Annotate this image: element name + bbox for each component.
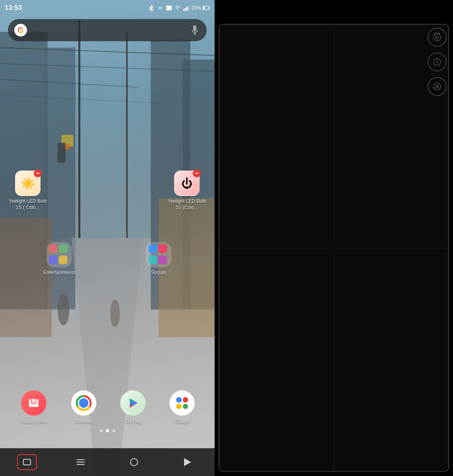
notification-icon: ✳ bbox=[157, 5, 164, 11]
message-status-icon bbox=[165, 5, 173, 11]
yeelight-badge-text-2: ••• bbox=[195, 171, 198, 175]
socials-mini-1 bbox=[148, 244, 157, 253]
google-dot-green bbox=[183, 404, 188, 409]
nav-bar bbox=[0, 448, 215, 476]
google-dot-yellow bbox=[176, 404, 182, 409]
svg-rect-27 bbox=[203, 7, 205, 9]
chrome-icon bbox=[71, 390, 96, 416]
recents-cell-3[interactable] bbox=[219, 248, 334, 471]
yeelight-power-icon-2: ⏻ bbox=[181, 177, 192, 190]
close-btn[interactable] bbox=[428, 77, 447, 96]
svg-rect-15 bbox=[58, 143, 65, 163]
svg-rect-22 bbox=[185, 8, 186, 11]
home-line-3 bbox=[77, 464, 84, 465]
entertainments-folder-box bbox=[46, 242, 72, 267]
yeelight-badge-1: ••• bbox=[34, 169, 42, 177]
recents-grid bbox=[219, 24, 449, 472]
folder-mini-2 bbox=[59, 244, 67, 253]
page-dot-3 bbox=[112, 429, 115, 432]
yeelight-app-2[interactable]: ⏻ ••• Yeelight LED Bulb 1S (Colo... bbox=[167, 171, 207, 211]
google-logo: G bbox=[14, 24, 27, 36]
svg-rect-21 bbox=[183, 9, 184, 11]
entertainments-folder[interactable]: Entertainments bbox=[43, 242, 75, 276]
back-button[interactable] bbox=[178, 454, 198, 470]
svg-rect-23 bbox=[186, 7, 188, 11]
recents-cell-1[interactable] bbox=[219, 25, 334, 248]
svg-rect-28 bbox=[193, 25, 196, 31]
galaxy-store-icon bbox=[21, 390, 46, 416]
status-bar: 13:53 ✳ bbox=[0, 0, 215, 16]
ch-play-app[interactable]: CH Play bbox=[120, 390, 146, 424]
yeelight-apps-row: ☀️ ••• Yeelight LED Bulb 1S ( Colo... ⏻ … bbox=[8, 171, 207, 211]
yeelight-badge-text-1: ••• bbox=[36, 171, 39, 175]
folder-mini-3 bbox=[49, 255, 58, 264]
recents-panel bbox=[215, 0, 453, 476]
folders-row: Entertainments Socials ⛅ 27° 📍 Hoà Thuận… bbox=[8, 242, 207, 276]
ch-play-label: CH Play bbox=[124, 419, 142, 424]
page-dot-2-active bbox=[106, 429, 109, 432]
galaxy-store-app[interactable]: Galaxy Store bbox=[20, 390, 47, 424]
page-dot-1 bbox=[100, 429, 103, 432]
wifi-icon bbox=[174, 5, 181, 11]
google-icon bbox=[169, 390, 195, 416]
svg-marker-34 bbox=[130, 398, 138, 408]
recents-button[interactable] bbox=[17, 454, 37, 470]
svg-point-18 bbox=[58, 294, 69, 325]
yeelight-label-2: Yeelight LED Bulb 1S (Colo... bbox=[167, 198, 207, 211]
page-dots bbox=[100, 429, 115, 432]
status-icons: ✳ bbox=[148, 5, 210, 11]
home-line-2 bbox=[77, 462, 84, 463]
dock-apps: Galaxy Store Chrome bbox=[0, 390, 215, 424]
battery-percent: 23% bbox=[192, 5, 201, 11]
socials-mini-3 bbox=[148, 255, 157, 264]
recents-cell-4[interactable] bbox=[334, 248, 449, 471]
home-icon bbox=[77, 459, 84, 465]
socials-folder-box bbox=[146, 242, 171, 267]
google-label: Google bbox=[175, 419, 190, 424]
home-line-1 bbox=[77, 459, 84, 460]
ch-play-icon bbox=[120, 390, 146, 416]
svg-point-33 bbox=[33, 401, 34, 402]
yeelight-icon-2: ⏻ ••• bbox=[174, 171, 200, 196]
google-dot-red bbox=[183, 397, 188, 403]
battery-icon bbox=[203, 5, 210, 11]
socials-folder[interactable]: Socials bbox=[146, 242, 171, 276]
search-bar[interactable]: G bbox=[8, 19, 207, 41]
socials-mini-4 bbox=[158, 255, 167, 264]
folder-mini-4 bbox=[59, 255, 67, 264]
svg-point-36 bbox=[436, 36, 438, 39]
info-btn[interactable] bbox=[428, 52, 447, 71]
svg-rect-20 bbox=[166, 6, 172, 10]
svg-rect-32 bbox=[29, 399, 38, 407]
signal-icon bbox=[183, 5, 190, 11]
svg-point-19 bbox=[110, 299, 120, 327]
mic-icon[interactable] bbox=[189, 25, 200, 36]
svg-rect-16 bbox=[0, 218, 52, 337]
recents-icon bbox=[23, 459, 31, 465]
google-g-letter: G bbox=[17, 26, 24, 35]
bluetooth-icon bbox=[148, 5, 155, 11]
circle-icon bbox=[130, 458, 138, 466]
chrome-label: Chrome bbox=[75, 419, 92, 424]
google-app[interactable]: Google bbox=[169, 390, 195, 424]
circle-button[interactable] bbox=[124, 454, 144, 470]
svg-point-35 bbox=[434, 34, 441, 41]
socials-mini-2 bbox=[158, 244, 167, 253]
yeelight-badge-2: ••• bbox=[193, 169, 201, 177]
status-time: 13:53 bbox=[5, 4, 22, 12]
chrome-app[interactable]: Chrome bbox=[71, 390, 96, 424]
back-icon bbox=[184, 458, 191, 466]
svg-rect-26 bbox=[209, 7, 209, 9]
chrome-ring bbox=[76, 395, 92, 411]
socials-label: Socials bbox=[151, 270, 167, 276]
svg-point-39 bbox=[437, 60, 438, 61]
galaxy-store-label: Galaxy Store bbox=[20, 419, 47, 424]
home-button[interactable] bbox=[71, 454, 90, 470]
yeelight-sun-icon-1: ☀️ bbox=[21, 177, 35, 190]
play-icon-wrapper bbox=[125, 395, 141, 411]
screenshot-btn[interactable] bbox=[428, 28, 447, 47]
folder-mini-1 bbox=[49, 244, 58, 253]
svg-rect-24 bbox=[188, 6, 189, 11]
yeelight-app-1[interactable]: ☀️ ••• Yeelight LED Bulb 1S ( Colo... bbox=[8, 171, 48, 211]
phone-screen: 13:53 ✳ bbox=[0, 0, 215, 476]
